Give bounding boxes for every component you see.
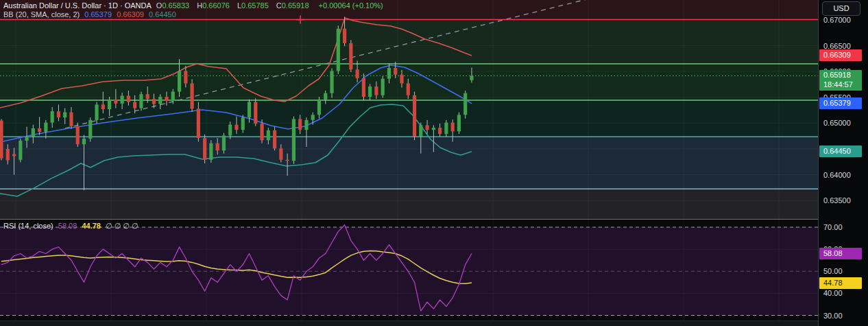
- price-axis-label: 0.64000: [823, 170, 851, 180]
- rsi-empty-values: ∅ ∅ ∅ ∅: [106, 222, 138, 230]
- rsi-badge: 58.08: [819, 248, 862, 259]
- rsi-axis-label: 30.00: [823, 311, 843, 321]
- currency-toggle-button[interactable]: USD: [822, 1, 860, 16]
- bb-lower-value: 0.64450: [149, 10, 176, 19]
- ohlc-low: L0.65785: [237, 1, 274, 10]
- time-axis-divider: [0, 321, 818, 321]
- pane-divider[interactable]: [0, 219, 818, 220]
- change-value: +0.00064 (+0.10%): [319, 1, 383, 10]
- price-axis[interactable]: USD 0.670000.665000.660000.655000.650000…: [818, 0, 868, 326]
- ohlc-high: H0.66076: [197, 1, 234, 10]
- bb-indicator-legend[interactable]: BB (20, SMA, close, 2) 0.65379 0.66309 0…: [3, 10, 179, 19]
- symbol-legend[interactable]: Australian Dollar / U.S. Dollar · 1D · O…: [3, 1, 386, 10]
- rsi-value: 58.08: [58, 222, 77, 230]
- bb-upper-value: 0.66309: [117, 10, 144, 19]
- price-badge: 0.65379: [819, 97, 862, 109]
- main-price-chart[interactable]: [0, 0, 818, 219]
- price-badge: 0.66309: [819, 49, 862, 61]
- price-badge: 0.64450: [819, 145, 862, 157]
- price-axis-label: 0.63500: [823, 196, 851, 205]
- trading-chart-app: Australian Dollar / U.S. Dollar · 1D · O…: [0, 0, 868, 326]
- price-badge: 0.6591818:44:57: [819, 70, 862, 91]
- rsi-indicator-pane[interactable]: [0, 220, 818, 321]
- rsi-axis-label: 50.00: [823, 266, 843, 276]
- bb-basis-value: 0.65379: [84, 10, 112, 19]
- symbol-title[interactable]: Australian Dollar / U.S. Dollar · 1D · O…: [3, 1, 152, 10]
- time-axis[interactable]: [0, 321, 818, 326]
- last-price-time: 18:44:57: [823, 80, 862, 90]
- rsi-indicator-legend[interactable]: RSI (14, close) 58.08 44.78 ∅ ∅ ∅ ∅: [3, 222, 141, 231]
- rsi-badge: 44.78: [819, 277, 862, 289]
- bb-label[interactable]: BB (20, SMA, close, 2): [3, 10, 80, 19]
- rsi-label[interactable]: RSI (14, close): [3, 222, 53, 230]
- price-axis-label: 0.67000: [823, 15, 851, 25]
- axis-separator: [818, 0, 819, 326]
- rsi-axis-label: 40.00: [823, 288, 843, 298]
- price-axis-label: 0.65000: [823, 118, 851, 128]
- rsi-axis-label: 70.00: [823, 222, 843, 232]
- ohlc-open: O0.65833: [156, 1, 194, 10]
- ohlc-close: C0.65918: [276, 1, 314, 10]
- rsi-ma-value: 44.78: [82, 222, 101, 230]
